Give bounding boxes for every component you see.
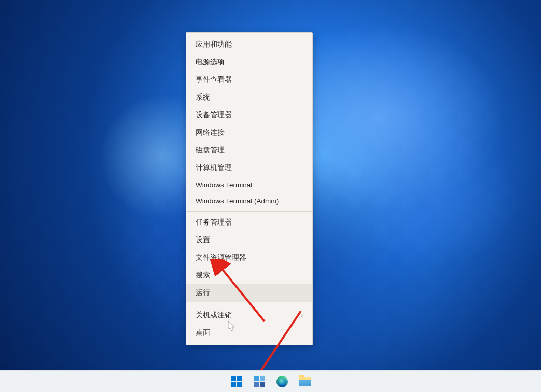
desktop: 应用和功能 电源选项 事件查看器 系统 设备管理器 网络连接 磁盘管理 计算机管… <box>0 0 541 392</box>
menu-item-device-manager[interactable]: 设备管理器 <box>186 106 312 124</box>
taskbar <box>0 370 541 392</box>
menu-item-search[interactable]: 搜索 <box>186 267 312 284</box>
start-button[interactable] <box>227 372 246 391</box>
start-context-menu: 应用和功能 电源选项 事件查看器 系统 设备管理器 网络连接 磁盘管理 计算机管… <box>186 32 313 345</box>
menu-divider <box>186 304 312 304</box>
windows-logo-icon <box>231 376 242 387</box>
menu-item-desktop[interactable]: 桌面 <box>186 324 312 342</box>
file-explorer-button[interactable] <box>295 372 315 391</box>
menu-item-event-viewer[interactable]: 事件查看器 <box>186 71 312 89</box>
menu-item-disk-management[interactable]: 磁盘管理 <box>186 142 312 159</box>
widgets-icon <box>254 376 265 387</box>
folder-icon <box>299 377 311 386</box>
widgets-button[interactable] <box>249 372 269 391</box>
edge-icon <box>276 376 288 387</box>
menu-item-windows-terminal-admin[interactable]: Windows Terminal (Admin) <box>186 193 312 209</box>
menu-item-system[interactable]: 系统 <box>186 89 312 106</box>
menu-item-run[interactable]: 运行 <box>186 284 312 302</box>
menu-item-task-manager[interactable]: 任务管理器 <box>186 214 312 231</box>
menu-item-shutdown-signout[interactable]: 关机或注销 › <box>186 306 312 324</box>
menu-item-file-explorer[interactable]: 文件资源管理器 <box>186 249 312 267</box>
menu-item-apps-features[interactable]: 应用和功能 <box>186 36 312 53</box>
menu-item-network-connections[interactable]: 网络连接 <box>186 124 312 142</box>
menu-item-computer-management[interactable]: 计算机管理 <box>186 159 312 177</box>
edge-button[interactable] <box>272 372 292 391</box>
chevron-right-icon: › <box>301 313 303 318</box>
menu-divider <box>186 211 312 212</box>
menu-item-windows-terminal[interactable]: Windows Terminal <box>186 177 312 193</box>
menu-item-power-options[interactable]: 电源选项 <box>186 53 312 71</box>
menu-item-settings[interactable]: 设置 <box>186 231 312 249</box>
